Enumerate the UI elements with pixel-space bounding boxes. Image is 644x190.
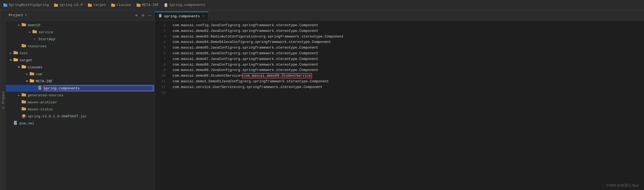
line-num-9: 9: [157, 67, 166, 73]
folder-icon-4: [136, 3, 141, 7]
svg-rect-7: [111, 4, 113, 5]
folder-icon-resources: [21, 44, 27, 49]
code-line-10: com.maocai.demo09.StudentService=com.mao…: [173, 73, 640, 79]
breadcrumb-target[interactable]: target: [88, 3, 106, 7]
project-icon: [3, 3, 8, 7]
folder-icon-3: [111, 3, 115, 7]
svg-rect-9: [137, 4, 139, 5]
panel-title-project[interactable]: Project ▼: [9, 13, 27, 17]
code-line-13: [173, 90, 640, 96]
svg-rect-35: [22, 93, 24, 94]
code-content: com.maocai.config.JavaConfig=org.springf…: [168, 21, 644, 190]
tree-item-classes[interactable]: ▼ classes: [6, 64, 155, 71]
tree-item-maven-archiver[interactable]: maven-archiver: [6, 99, 155, 106]
arrow-test: ▶: [9, 52, 13, 55]
code-line-5: com.maocai.demo05.JavaConfig=org.springf…: [173, 45, 640, 51]
label-test: test: [19, 51, 28, 55]
svg-rect-1: [4, 4, 5, 5]
label-classes: classes: [28, 65, 42, 69]
tree-item-spring-components[interactable]: spring.components: [6, 85, 155, 92]
tree-item-maven-status[interactable]: maven-status: [6, 106, 155, 113]
breadcrumb-target-label: target: [93, 3, 106, 7]
code-line-7: com.maocai.demo07.JavaConfig=org.springf…: [173, 56, 640, 62]
tree-item-pom-xml[interactable]: pom.xml: [6, 120, 155, 127]
breadcrumb: SpringBootVipSpring › spring-v3.0 › targ…: [3, 3, 205, 7]
tree-item-generated-sources[interactable]: ▶ generated-sources: [6, 92, 155, 99]
tree-item-startapp[interactable]: ○ StartApp: [6, 36, 155, 43]
breadcrumb-classes-label: classes: [116, 3, 131, 7]
folder-icon-2: [88, 3, 92, 7]
xml-icon-pom: [13, 121, 18, 126]
code-line-9: com.maocai.demo09.JavaConfig=org.springf…: [173, 67, 640, 73]
label-meta-inf: META-INF: [36, 79, 52, 83]
panel-header: Project ▼ ⇉ ⚙ —: [6, 10, 155, 21]
line-num-8: 8: [157, 62, 166, 68]
tree-item-test[interactable]: ▶ test: [6, 50, 155, 57]
code-line-2: com.maocai.demo02.JavaConfig=org.springf…: [173, 28, 640, 34]
label-demo10: demo10: [28, 23, 40, 27]
code-line-3: com.maocai.demo03.RedisAutoConfiguration…: [173, 34, 640, 40]
folder-icon-generated-sources: [21, 93, 27, 98]
arrow-service: ▶: [28, 30, 32, 34]
collapse-all-button[interactable]: ⇉: [134, 12, 139, 18]
code-line-12: com.maocai.service.UserService=org.sprin…: [173, 84, 640, 90]
label-jar: spring-v3.0-1.0-SNAPSHOT.jar: [28, 114, 87, 118]
panel-actions: ⇉ ⚙ —: [134, 12, 152, 18]
breadcrumb-meta-inf[interactable]: META-INF: [136, 3, 159, 7]
svg-rect-25: [22, 65, 24, 66]
svg-rect-3: [54, 4, 56, 5]
line-num-5: 5: [157, 45, 166, 51]
line-num-2: 2: [157, 28, 166, 34]
tab-label: spring.components: [164, 14, 200, 18]
breadcrumb-spring-v3[interactable]: spring-v3.0: [54, 3, 83, 7]
svg-rect-29: [30, 79, 32, 80]
folder-icon-classes: [21, 65, 27, 70]
sidebar-project-label[interactable]: 1: Project: [0, 10, 6, 190]
arrow-target: ▼: [9, 59, 13, 62]
label-pom-xml: pom.xml: [19, 121, 34, 125]
tree-item-demo10[interactable]: ▶ demo10: [6, 22, 155, 29]
code-line-4: com.maocai.demo04.Demo04JavaConfig=org.s…: [173, 39, 640, 45]
editor-panel: spring.components × 1 2 3 4 5 6 7 8 9 10…: [155, 10, 644, 190]
folder-icon-meta-inf: [29, 79, 35, 84]
breadcrumb-project-label: SpringBootVipSpring: [9, 3, 49, 7]
code-line-11: com.maocai.demo1.Demo01JavaConfig=org.sp…: [173, 79, 640, 84]
code-editor[interactable]: 1 2 3 4 5 6 7 8 9 10 11 12 13 com.maocai…: [155, 21, 644, 190]
tree-item-resources[interactable]: resources: [6, 43, 155, 50]
spring-icon-startapp: ○: [32, 37, 37, 41]
svg-rect-44: [159, 14, 162, 17]
watermark: CSDN @徐茂公Java: [606, 183, 639, 188]
svg-rect-17: [32, 30, 34, 31]
settings-button[interactable]: ⚙: [141, 12, 145, 18]
code-line-1: com.maocai.config.JavaConfig=org.springf…: [173, 23, 640, 28]
folder-icon-maven-status: [21, 107, 27, 112]
tree-item-com[interactable]: ▶ com: [6, 71, 155, 78]
tab-close-button[interactable]: ×: [203, 15, 205, 18]
tab-spring-components[interactable]: spring.components ×: [155, 12, 208, 20]
jar-icon: 📦: [21, 114, 27, 118]
breadcrumb-spring-v3-label: spring-v3.0: [59, 3, 83, 7]
label-maven-status: maven-status: [28, 107, 53, 111]
label-service: service: [38, 30, 53, 34]
arrow-generated-sources: ▶: [17, 94, 21, 97]
folder-icon-service: [32, 30, 37, 35]
arrow-com: ▶: [25, 73, 29, 76]
hide-panel-button[interactable]: —: [147, 13, 152, 18]
tree-item-jar[interactable]: 📦 spring-v3.0-1.0-SNAPSHOT.jar: [6, 113, 155, 120]
breadcrumb-classes[interactable]: classes: [111, 3, 131, 7]
label-com: com: [36, 72, 42, 76]
breadcrumb-spring-components-label: spring.components: [169, 3, 205, 7]
breadcrumb-project[interactable]: SpringBootVipSpring: [3, 3, 49, 7]
main-area: 1: Project Project ▼ ⇉ ⚙ — ▶ demo10: [0, 10, 644, 190]
line-num-13: 13: [157, 90, 166, 96]
label-maven-archiver: maven-archiver: [28, 100, 57, 104]
file-icon-spring-components: [37, 86, 43, 91]
tab-file-icon: [159, 14, 162, 19]
breadcrumb-spring-components[interactable]: spring.components: [164, 3, 205, 7]
file-tree: ▶ demo10 ▶ service ○ StartApp: [6, 21, 155, 190]
tree-item-service[interactable]: ▶ service: [6, 29, 155, 36]
tree-item-target[interactable]: ▼ target: [6, 57, 155, 64]
tree-item-meta-inf[interactable]: ▼ META-INF: [6, 78, 155, 85]
svg-rect-27: [30, 72, 32, 73]
svg-rect-37: [22, 100, 24, 101]
